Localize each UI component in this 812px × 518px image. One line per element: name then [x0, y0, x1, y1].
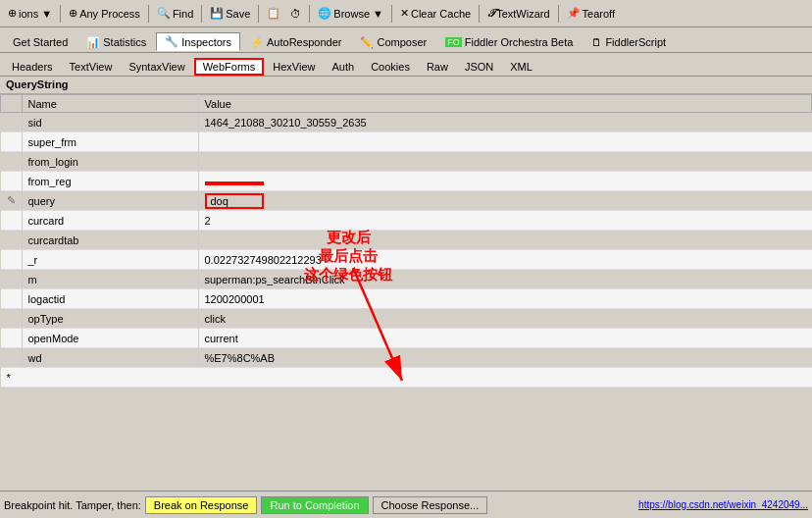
cell-name[interactable]: from_reg: [22, 172, 198, 191]
edit-marker: [1, 231, 23, 250]
cell-value[interactable]: click: [198, 309, 812, 329]
cell-name[interactable]: super_frm: [22, 132, 198, 152]
table-row[interactable]: opTypeclick: [1, 309, 812, 329]
get-started-label: Get Started: [13, 36, 68, 48]
table-row[interactable]: ✎querydoq: [1, 191, 812, 211]
toolbar-sep-3: [201, 5, 202, 23]
main-tab-bar: Get Started 📊 Statistics 🔧 Inspectors ⚡ …: [0, 27, 812, 53]
toolbar-textwizard[interactable]: 𝒯 TextWizard: [483, 5, 553, 22]
tab-json[interactable]: JSON: [457, 59, 501, 74]
table-row[interactable]: msuperman:ps_searchBtnClick: [1, 270, 812, 289]
tab-inspectors[interactable]: 🔧 Inspectors: [156, 32, 240, 51]
cell-name[interactable]: m: [22, 270, 198, 289]
tab-headers[interactable]: Headers: [4, 59, 61, 74]
main-content: QueryString Name Value sid1464_21088_302…: [0, 77, 812, 491]
toolbar-clear-cache[interactable]: ✕ Clear Cache: [396, 5, 475, 22]
edit-marker: [1, 329, 23, 348]
toolbar-sessions[interactable]: ⊕ ions ▼: [4, 5, 56, 22]
toolbar-any-process[interactable]: ⊕ Any Process: [65, 5, 144, 22]
tab-composer[interactable]: ✏️ Composer: [351, 33, 435, 51]
tab-raw[interactable]: Raw: [419, 59, 456, 74]
table-row[interactable]: from_login: [1, 152, 812, 172]
cell-value[interactable]: [198, 231, 812, 250]
run-to-completion-button[interactable]: Run to Completion: [261, 496, 368, 514]
toolbar-tearoff[interactable]: 📌 Tearoff: [563, 5, 619, 22]
cell-value[interactable]: 2: [198, 211, 812, 231]
breakpoint-label: Breakpoint hit. Tamper, then:: [4, 499, 141, 511]
table-row[interactable]: curcard2: [1, 211, 812, 231]
save-icon: 💾: [210, 7, 224, 20]
edit-marker: [1, 270, 23, 289]
inspector-tab-bar: Headers TextView SyntaxView WebForms Hex…: [0, 53, 812, 77]
table-wrapper[interactable]: Name Value sid1464_21088_30210_30559_263…: [0, 94, 812, 491]
th-name: Name: [22, 95, 198, 113]
cell-value[interactable]: superman:ps_searchBtnClick: [198, 270, 812, 289]
toolbar-clipboard[interactable]: 📋: [263, 5, 284, 22]
fiddlerscript-icon: 🗒: [591, 36, 602, 48]
tab-autoresponder[interactable]: ⚡ AutoResponder: [241, 33, 350, 51]
toolbar-find[interactable]: 🔍 Find: [153, 5, 197, 22]
cell-value[interactable]: 1464_21088_30210_30559_2635: [198, 113, 812, 132]
toolbar-save[interactable]: 💾 Save: [206, 5, 254, 22]
toolbar-sep-2: [148, 5, 149, 23]
main-toolbar: ⊕ ions ▼ ⊕ Any Process 🔍 Find 💾 Save 📋 ⏱…: [0, 0, 812, 27]
cell-value[interactable]: %E7%8C%AB: [198, 348, 812, 368]
table-row[interactable]: _r0.022732749802212293: [1, 250, 812, 270]
choose-response-button[interactable]: Choose Response...: [373, 496, 488, 514]
table-header-row: Name Value: [1, 95, 812, 113]
bottom-bar: Breakpoint hit. Tamper, then: Break on R…: [0, 491, 812, 518]
toolbar-sep-1: [60, 5, 61, 23]
any-process-icon: ⊕: [69, 7, 77, 20]
edit-marker: [1, 348, 23, 368]
table-row[interactable]: wd%E7%8C%AB: [1, 348, 812, 368]
cell-name[interactable]: sid: [22, 113, 198, 132]
table-row[interactable]: super_frm: [1, 132, 812, 152]
composer-label: Composer: [377, 36, 427, 48]
cell-name[interactable]: _r: [22, 250, 198, 270]
table-row[interactable]: curcardtab: [1, 231, 812, 250]
cell-name[interactable]: opType: [22, 309, 198, 329]
tab-auth[interactable]: Auth: [325, 59, 363, 74]
cell-name[interactable]: curcardtab: [22, 231, 198, 250]
table-row[interactable]: openModecurrent: [1, 329, 812, 348]
clear-cache-icon: ✕: [400, 7, 409, 20]
cell-value[interactable]: [198, 132, 812, 152]
tab-hexview[interactable]: HexView: [265, 59, 323, 74]
cell-value[interactable]: 0.022732749802212293: [198, 250, 812, 270]
tab-statistics[interactable]: 📊 Statistics: [77, 33, 155, 51]
table-row[interactable]: from_reg: [1, 172, 812, 191]
cell-value[interactable]: doq: [198, 191, 812, 211]
toolbar-timer[interactable]: ⏱: [286, 6, 305, 22]
cell-name[interactable]: curcard: [22, 211, 198, 231]
cell-name[interactable]: logactid: [22, 289, 198, 309]
cell-value[interactable]: current: [198, 329, 812, 348]
cell-name[interactable]: wd: [22, 348, 198, 368]
tab-xml[interactable]: XML: [502, 59, 540, 74]
querystring-table: Name Value sid1464_21088_30210_30559_263…: [0, 94, 812, 388]
table-row[interactable]: logactid1200200001: [1, 289, 812, 309]
cell-name[interactable]: query: [22, 191, 198, 211]
table-row-new[interactable]: *: [1, 368, 812, 388]
th-marker: [1, 95, 23, 113]
table-row[interactable]: sid1464_21088_30210_30559_2635: [1, 113, 812, 132]
find-icon: 🔍: [157, 7, 171, 20]
querystring-section-header: QueryString: [0, 77, 812, 94]
cell-name[interactable]: from_login: [22, 152, 198, 172]
tab-fiddlerscript[interactable]: 🗒 FiddlerScript: [583, 33, 675, 50]
tab-get-started[interactable]: Get Started: [4, 33, 76, 50]
edit-marker: [1, 211, 23, 231]
cell-value[interactable]: [198, 172, 812, 191]
edit-marker: [1, 152, 23, 172]
composer-icon: ✏️: [360, 36, 374, 49]
tab-textview[interactable]: TextView: [62, 59, 121, 74]
tab-cookies[interactable]: Cookies: [363, 59, 418, 74]
bottom-url[interactable]: https://blog.csdn.net/weixin_4242049...: [638, 499, 808, 510]
tab-webforms[interactable]: WebForms: [194, 58, 265, 76]
tab-fiddler-orchestra[interactable]: FO Fiddler Orchestra Beta: [436, 33, 582, 50]
toolbar-browse[interactable]: 🌐 Browse ▼: [314, 5, 387, 22]
tab-syntaxview[interactable]: SyntaxView: [121, 59, 192, 74]
break-on-response-button[interactable]: Break on Response: [145, 496, 258, 514]
cell-value[interactable]: [198, 152, 812, 172]
cell-name[interactable]: openMode: [22, 329, 198, 348]
cell-value[interactable]: 1200200001: [198, 289, 812, 309]
